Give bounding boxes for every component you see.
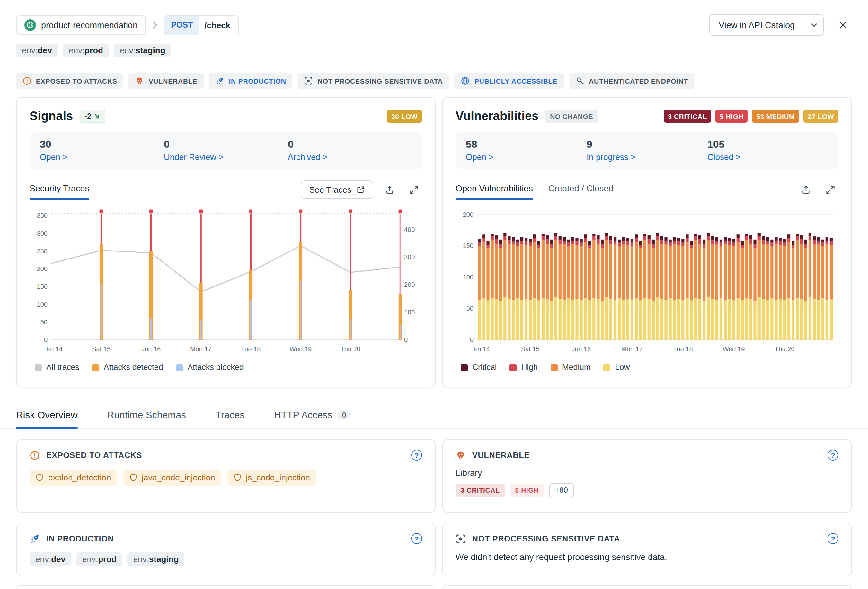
stat-link[interactable]: Archived > <box>288 152 328 162</box>
help-icon[interactable] <box>828 533 838 544</box>
legend-label: High <box>521 363 537 372</box>
expand-button[interactable] <box>822 181 838 198</box>
endpoint-chip[interactable]: POST /check <box>164 15 239 35</box>
help-icon[interactable] <box>411 450 422 461</box>
legend-item[interactable]: High <box>509 363 537 372</box>
svg-text:0: 0 <box>470 336 474 343</box>
stat-value: 30 <box>40 139 164 150</box>
expand-icon <box>409 185 419 194</box>
key-icon <box>575 77 585 86</box>
status-badge-label: PUBLICLY ACCESSIBLE <box>474 77 557 85</box>
stat: 105Closed > <box>707 139 828 162</box>
tab-traces[interactable]: Traces <box>216 409 245 428</box>
endpoint-path: /check <box>199 16 238 34</box>
legend-item[interactable]: All traces <box>35 363 79 372</box>
threat-chip[interactable]: java_code_injection <box>123 469 221 486</box>
help-icon[interactable] <box>828 450 838 461</box>
severity-badge: 5 HIGH <box>715 110 748 123</box>
partial-card <box>16 585 435 589</box>
legend-item[interactable]: Critical <box>461 363 497 372</box>
no-change-badge: NO CHANGE <box>545 110 598 123</box>
globe-icon <box>461 77 470 86</box>
library-chip-more[interactable]: +80 <box>549 483 574 497</box>
svg-text:300: 300 <box>404 253 415 260</box>
threat-chip[interactable]: exploit_detection <box>30 469 117 486</box>
scan-icon <box>456 533 466 544</box>
svg-text:200: 200 <box>404 281 415 288</box>
svg-text:Tue 18: Tue 18 <box>673 345 693 353</box>
svg-text:100: 100 <box>404 309 415 316</box>
status-badge-in-production: IN PRODUCTION <box>209 73 292 89</box>
env-tag-value: dev <box>51 554 65 564</box>
shield-icon <box>129 473 137 482</box>
legend-item[interactable]: Attacks detected <box>92 363 163 372</box>
env-tag-prefix: env: <box>69 46 84 55</box>
vulnerabilities-toolbar-actions <box>797 181 838 198</box>
stat-link[interactable]: Closed > <box>707 152 741 162</box>
env-tag: env:staging <box>127 552 185 566</box>
svg-text:Tue 18: Tue 18 <box>241 345 261 353</box>
view-in-api-catalog-button[interactable]: View in API Catalog <box>710 15 804 35</box>
close-button[interactable] <box>834 16 852 34</box>
tab-http-access[interactable]: HTTP Access0 <box>274 409 350 428</box>
vulnerabilities-chart[interactable]: 050100150200Fri 14Sat 15Jun 16Mon 17Tue … <box>456 202 840 362</box>
svg-text:0: 0 <box>44 336 47 343</box>
threat-chip[interactable]: js_code_injection <box>227 469 316 486</box>
tab-runtime-schemas[interactable]: Runtime Schemas <box>107 409 186 428</box>
export-button[interactable] <box>381 181 398 198</box>
svg-text:Jun 16: Jun 16 <box>141 345 161 353</box>
stat-link[interactable]: Open > <box>466 152 493 162</box>
threat-chip-label: java_code_injection <box>142 473 215 483</box>
status-badge-label: VULNERABLE <box>149 77 198 85</box>
legend-swatch <box>604 364 611 371</box>
tab-label: HTTP Access <box>274 409 332 420</box>
tab-created-closed[interactable]: Created / Closed <box>548 184 614 200</box>
stat-link[interactable]: In progress > <box>587 152 636 162</box>
status-badge-exposed-to-attacks: EXPOSED TO ATTACKS <box>16 73 124 89</box>
service-chip[interactable]: product-recommendation <box>16 15 146 35</box>
signals-stats: 30Open >0Under Review >0Archived > <box>30 132 422 169</box>
svg-text:Thu 20: Thu 20 <box>341 345 360 353</box>
help-icon[interactable] <box>411 533 422 544</box>
stat-link[interactable]: Open > <box>40 152 68 162</box>
expand-button[interactable] <box>405 181 422 198</box>
stat: 0Under Review > <box>164 139 288 162</box>
legend-item[interactable]: Attacks blocked <box>176 363 244 372</box>
signals-title: Signals <box>30 109 73 123</box>
topbar: product-recommendation POST /check View … <box>0 0 868 36</box>
tab-risk-overview[interactable]: Risk Overview <box>16 409 78 428</box>
tab-label: Runtime Schemas <box>107 409 186 420</box>
status-badge-label: AUTHENTICATED ENDPOINT <box>589 77 688 85</box>
tab-open-vulnerabilities[interactable]: Open Vulnerabilities <box>456 184 533 200</box>
skull-icon <box>456 450 466 460</box>
svg-text:Sat 15: Sat 15 <box>521 345 540 353</box>
env-tag-prefix: env: <box>133 554 149 564</box>
tab-security-traces[interactable]: Security Traces <box>30 184 89 200</box>
signals-delta-badge: -2 <box>79 110 105 123</box>
risk-overview-grid: EXPOSED TO ATTACKS exploit_detectionjava… <box>0 429 868 576</box>
view-in-api-catalog-split-button: View in API Catalog <box>709 14 824 36</box>
legend-item[interactable]: Low <box>604 363 630 372</box>
signals-tabs: Security Traces <box>30 184 89 200</box>
library-chip-critical[interactable]: 3 CRITICAL <box>456 484 505 496</box>
signals-chart[interactable]: 0501001502002503003500100200300400Fri 14… <box>30 202 424 362</box>
vulnerabilities-chart-toolbar: Open VulnerabilitiesCreated / Closed <box>456 179 838 200</box>
catalog-dropdown-button[interactable] <box>804 15 823 35</box>
see-traces-button[interactable]: See Traces <box>301 180 373 199</box>
vulnerabilities-card-header: Vulnerabilities NO CHANGE 3 CRITICAL5 HI… <box>456 109 838 123</box>
legend-item[interactable]: Medium <box>551 363 591 372</box>
library-chip-high[interactable]: 5 HIGH <box>510 484 544 496</box>
legend-swatch <box>92 364 99 371</box>
svg-text:Mon 17: Mon 17 <box>190 345 212 353</box>
skull-icon <box>135 77 144 86</box>
tab-count-badge: 0 <box>338 410 351 419</box>
summary-cards-row: Signals -2 30 LOW 30Open >0Under Review … <box>0 89 868 387</box>
env-tag: env:dev <box>16 44 58 57</box>
svg-text:50: 50 <box>466 305 474 312</box>
export-button[interactable] <box>797 181 814 198</box>
vulnerabilities-legend: CriticalHighMediumLow <box>456 363 838 372</box>
svg-text:100: 100 <box>463 274 474 281</box>
stat-link[interactable]: Under Review > <box>164 152 224 162</box>
signals-card-header: Signals -2 30 LOW <box>30 109 422 123</box>
severity-badges: 3 CRITICAL5 HIGH53 MEDIUM27 LOW <box>663 110 838 123</box>
